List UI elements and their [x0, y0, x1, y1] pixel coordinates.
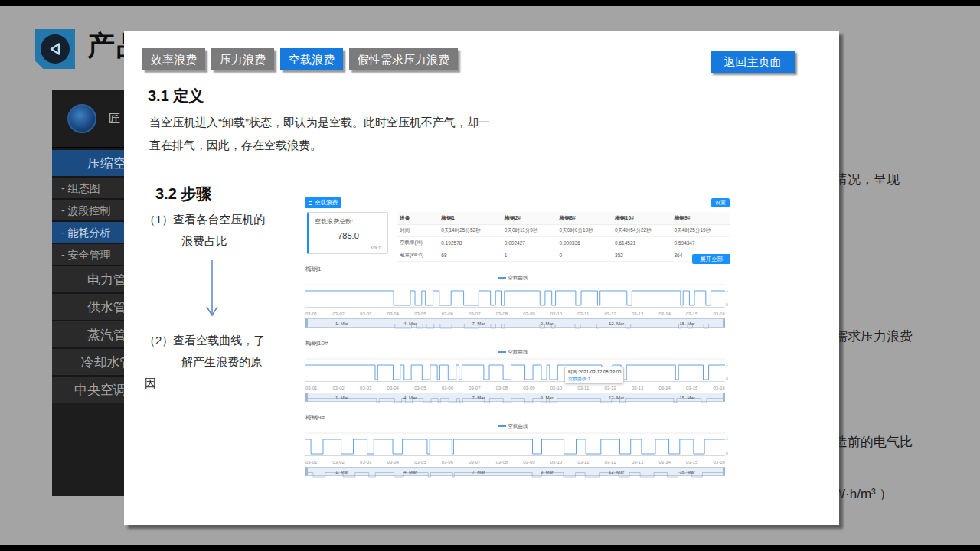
x-axis-labels: 03-0103-0203-0303-0403-0503-0603-0703-08… — [305, 311, 725, 316]
sidebar-item[interactable]: 压缩空气 — [52, 148, 124, 176]
sidebar-item[interactable]: - 安全管理 — [52, 243, 124, 265]
table-header-cell: 梅钢2# — [501, 212, 557, 225]
brush-labels: 1. Mar4. Mar7. Mar9. Mar12. Mar15. Mar — [308, 468, 723, 477]
x-axis-tick: 03-14 — [658, 386, 670, 390]
x-axis-tick: 03-10 — [550, 311, 562, 316]
sidebar-item[interactable]: 电力管理 — [52, 265, 124, 292]
sidebar-item[interactable]: - 组态图 — [52, 176, 124, 198]
x-axis-tick: 03-16 — [714, 386, 725, 390]
x-axis-tick: 03-09 — [523, 386, 534, 390]
x-axis-labels: 03-0103-0203-0303-0403-0503-0603-0703-08… — [305, 460, 725, 465]
x-axis-tick: 03-11 — [577, 311, 589, 316]
back-logo-icon[interactable] — [35, 29, 75, 69]
chart-title: 梅钢9# — [305, 413, 325, 422]
table-cell: 空载率(%) — [397, 237, 438, 249]
brush-tick: 9. Mar — [541, 470, 554, 474]
background-text-fragment: 情况，呈现 — [835, 171, 900, 188]
panel-icon — [309, 201, 312, 205]
time-range-brush[interactable]: 1. Mar4. Mar7. Mar9. Mar12. Mar15. Mar — [305, 318, 725, 328]
legend-label: 空载曲线 — [508, 275, 528, 280]
sidebar-logo-label: 匠 — [109, 112, 120, 126]
section-heading-definition: 3.1 定义 — [148, 86, 204, 106]
chart-plot-area[interactable] — [305, 282, 725, 311]
sidebar-menu: 压缩空气- 组态图- 波段控制- 能耗分析- 安全管理电力管理供水管理蒸汽管理冷… — [52, 148, 124, 403]
table-cell: 0天4时54分22秒 — [612, 225, 671, 237]
brush-tick: 15. Mar — [680, 396, 695, 400]
x-axis-tick: 03-14 — [658, 460, 670, 465]
x-axis-tick: 03-05 — [414, 311, 426, 316]
legend-line-icon — [498, 351, 506, 353]
x-axis-tick: 03-04 — [387, 460, 399, 465]
brush-tick: 7. Mar — [472, 396, 485, 400]
x-axis-tick: 03-16 — [714, 460, 725, 465]
sidebar-item[interactable]: 冷却水管理 — [52, 347, 124, 375]
tooltip-time: 时间:2021-03-12 08:33:00 — [568, 369, 620, 376]
brush-tick: 1. Mar — [335, 396, 348, 400]
chart-title: 梅钢10# — [305, 339, 328, 347]
time-range-brush[interactable]: 1. Mar4. Mar7. Mar9. Mar12. Mar15. Mar — [305, 393, 725, 402]
table-cell: 0天4时25分19秒 — [671, 225, 730, 237]
expand-all-button[interactable]: 展开全部 — [692, 254, 730, 264]
summary-unit: kW·h — [371, 245, 381, 249]
x-axis-tick: 03-03 — [360, 460, 371, 465]
x-axis-tick: 03-07 — [469, 386, 480, 390]
sidebar-item[interactable]: - 能耗分析 — [52, 220, 124, 243]
sidebar-item[interactable]: 中央空调管理 — [52, 375, 124, 403]
line-chart-梅钢9#: 梅钢9#空载曲线1003-0103-0203-0303-0403-0503-06… — [303, 413, 732, 485]
brush-tick: 1. Mar — [335, 321, 348, 326]
brush-tick: 12. Mar — [609, 321, 624, 326]
x-axis-tick: 03-15 — [686, 311, 697, 316]
sidebar-item[interactable]: 供水管理 — [52, 292, 124, 320]
x-axis-tick: 03-04 — [387, 386, 399, 390]
x-axis-tick: 03-05 — [414, 460, 426, 465]
y-axis-tick: 1 — [726, 362, 728, 367]
background-text-fragment: 造前的电气比 — [835, 433, 913, 451]
tab-button[interactable]: 压力浪费 — [211, 48, 274, 70]
table-cell: 0.192578 — [438, 237, 501, 249]
chart-legend[interactable]: 空载曲线 — [303, 275, 723, 282]
table-cell: 电量(kw·h) — [397, 249, 438, 262]
back-to-main-button[interactable]: 返回主页面 — [710, 51, 795, 73]
chart-title: 梅钢1 — [305, 265, 321, 273]
summary-value: 785.0 — [309, 231, 387, 240]
summary-card: 空载浪费总数: 785.0 kW·h — [307, 212, 388, 254]
chart-plot-area[interactable] — [305, 430, 725, 459]
table-cell: 68 — [438, 249, 501, 262]
tab-button[interactable]: 空载浪费 — [280, 48, 343, 70]
brush-tick: 4. Mar — [403, 470, 416, 474]
sidebar-logo-icon — [67, 104, 96, 133]
x-axis-tick: 03-14 — [658, 311, 670, 316]
step1-line2: 浪费占比 — [181, 234, 227, 249]
brush-tick: 7. Mar — [472, 470, 485, 474]
step2-line3: 因 — [145, 377, 156, 391]
step2-line1: （2）查看空载曲线，了 — [144, 334, 265, 348]
chart-legend[interactable]: 空载曲线 — [303, 423, 723, 430]
x-axis-tick: 03-01 — [305, 386, 317, 390]
table-row: 时间0天14时25分52秒0天0时11分9秒0天0时0分19秒0天4时54分22… — [397, 225, 730, 237]
brush-tick: 15. Mar — [680, 321, 695, 326]
background-text-fragment: 需求压力浪费 — [835, 328, 913, 345]
y-axis-tick: 0 — [726, 451, 728, 455]
definition-line1: 当空压机进入“卸载”状态，即认为是空载。此时空压机不产气，却一 — [149, 111, 490, 134]
sidebar-item[interactable]: - 波段控制 — [52, 198, 124, 220]
slide-stage: 产品 匠 压缩空气- 组态图- 波段控制- 能耗分析- 安全管理电力管理供水管理… — [0, 0, 980, 551]
legend-label: 空载曲线 — [508, 423, 528, 429]
dashboard-title-badge: 空载浪费 — [305, 197, 341, 208]
x-axis-tick: 03-05 — [414, 386, 426, 390]
chart-legend[interactable]: 空载曲线 — [303, 349, 723, 356]
section-heading-steps: 3.2 步骤 — [155, 184, 211, 204]
tab-button[interactable]: 效率浪费 — [142, 48, 205, 70]
y-axis-tick: 1 — [726, 436, 728, 441]
definition-line2: 直在排气，因此，存在空载浪费。 — [149, 134, 322, 157]
sidebar-item[interactable]: 蒸汽管理 — [52, 320, 124, 347]
x-axis-tick: 03-16 — [714, 311, 725, 316]
settings-button[interactable]: 设置 — [711, 198, 730, 207]
summary-label: 空载浪费总数: — [315, 217, 353, 226]
tab-button[interactable]: 假性需求压力浪费 — [349, 48, 458, 70]
x-axis-tick: 03-03 — [360, 311, 371, 316]
chart-plot-area[interactable] — [305, 356, 725, 385]
x-axis-tick: 03-08 — [496, 311, 508, 316]
x-axis-tick: 03-07 — [469, 460, 480, 465]
legend-line-icon — [498, 425, 506, 427]
time-range-brush[interactable]: 1. Mar4. Mar7. Mar9. Mar12. Mar15. Mar — [305, 467, 725, 476]
